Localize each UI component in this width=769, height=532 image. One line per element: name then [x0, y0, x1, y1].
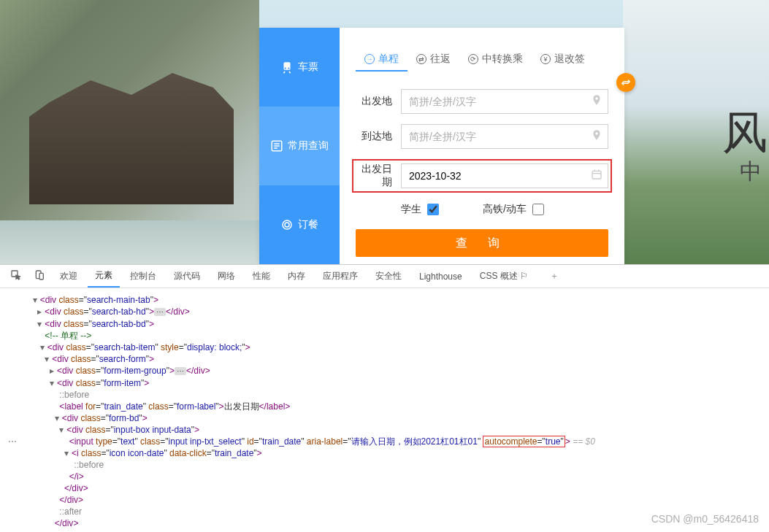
to-row: 到达地	[356, 124, 608, 149]
svg-rect-15	[39, 273, 43, 280]
student-checkbox-input[interactable]	[427, 204, 439, 215]
to-input[interactable]	[401, 124, 608, 149]
trip-type-tabs: → 单程 ⇄ 往返 ⟳ 中转换乘 ¥ 退改签	[356, 48, 608, 72]
sidebar-item-common-query[interactable]: 常用查询	[259, 107, 340, 185]
dt-tab-css-overview[interactable]: CSS 概述 ⚐	[473, 266, 535, 287]
calendar-icon[interactable]	[591, 169, 602, 183]
tab-refund[interactable]: ¥ 退改签	[532, 48, 594, 72]
search-form-panel: → 单程 ⇄ 往返 ⟳ 中转换乘 ¥ 退改签 出发地	[340, 28, 624, 264]
background-right-scenery: 风 中	[623, 0, 769, 264]
search-button[interactable]: 查 询	[356, 229, 608, 257]
dt-add-tab[interactable]: ＋	[544, 267, 565, 285]
date-input[interactable]	[401, 163, 608, 188]
from-row: 出发地	[356, 89, 608, 114]
location-icon	[591, 129, 602, 144]
tab-roundtrip[interactable]: ⇄ 往返	[408, 48, 459, 72]
sidebar: 车票 常用查询 订餐	[259, 28, 340, 264]
from-label: 出发地	[356, 95, 401, 108]
sidebar-item-tickets[interactable]: 车票	[259, 28, 340, 107]
svg-point-2	[288, 67, 289, 69]
sidebar-label: 常用查询	[288, 139, 329, 153]
app-top-panel: 风 中 车票 常用查询 订餐	[0, 0, 769, 264]
dt-tab-lighthouse[interactable]: Lighthouse	[412, 267, 470, 286]
dt-tab-memory[interactable]: 内存	[280, 266, 313, 287]
inspect-icon[interactable]	[6, 266, 26, 286]
dt-tab-console[interactable]: 控制台	[123, 266, 164, 287]
from-input[interactable]	[401, 89, 608, 114]
meal-icon	[280, 218, 294, 231]
to-label: 到达地	[356, 130, 401, 143]
sidebar-item-meal[interactable]: 订餐	[259, 185, 340, 264]
decorative-char: 风	[722, 102, 768, 163]
devtools-tab-bar: 欢迎 元素 控制台 源代码 网络 性能 内存 应用程序 安全性 Lighthou…	[0, 265, 769, 288]
dt-tab-elements[interactable]: 元素	[88, 265, 120, 288]
train-icon	[280, 61, 294, 74]
decorative-sub: 中	[740, 157, 762, 187]
location-icon	[591, 94, 602, 109]
swap-icon: ⇄	[416, 54, 426, 64]
dt-tab-network[interactable]: 网络	[210, 266, 242, 287]
background-left-scenery	[0, 0, 259, 264]
dt-tab-application[interactable]: 应用程序	[315, 266, 365, 287]
list-icon	[270, 139, 283, 153]
svg-point-1	[285, 67, 286, 69]
dt-tab-security[interactable]: 安全性	[368, 266, 409, 287]
dt-tab-performance[interactable]: 性能	[245, 266, 278, 287]
search-panel: 车票 常用查询 订餐 → 单程	[259, 28, 624, 264]
highspeed-checkbox[interactable]: 高铁/动车	[483, 203, 544, 216]
student-checkbox[interactable]: 学生	[401, 203, 439, 216]
dom-tree[interactable]: ▾<div class="search-main-tab"> ▸<div cla…	[0, 288, 769, 529]
highspeed-checkbox-input[interactable]	[532, 204, 544, 215]
device-icon[interactable]	[29, 266, 50, 286]
yen-icon: ¥	[540, 54, 551, 64]
dt-tab-welcome[interactable]: 欢迎	[53, 266, 85, 287]
tab-transfer[interactable]: ⟳ 中转换乘	[459, 48, 532, 72]
svg-rect-9	[592, 171, 601, 179]
svg-point-7	[283, 220, 291, 229]
svg-point-8	[285, 223, 289, 227]
sidebar-label: 订餐	[298, 218, 318, 231]
tab-oneway[interactable]: → 单程	[356, 48, 408, 72]
date-row-highlighted: 出发日期	[352, 159, 612, 193]
watermark: CSDN @m0_56426418	[651, 513, 759, 525]
devtools-panel: 欢迎 元素 控制台 源代码 网络 性能 内存 应用程序 安全性 Lighthou…	[0, 264, 769, 532]
arrow-right-icon: →	[364, 54, 375, 64]
refresh-icon: ⟳	[468, 54, 478, 64]
date-label: 出发日期	[356, 163, 401, 189]
swap-stations-button[interactable]	[616, 73, 635, 92]
dt-tab-sources[interactable]: 源代码	[167, 266, 207, 287]
sidebar-label: 车票	[298, 61, 318, 74]
options-row: 学生 高铁/动车	[356, 203, 608, 216]
